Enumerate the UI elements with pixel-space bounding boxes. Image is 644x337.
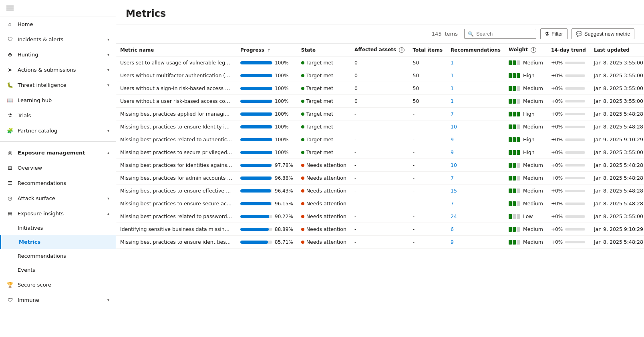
suggest-metric-button[interactable]: 💬 Suggest new metric xyxy=(572,28,634,39)
state-text: Target met xyxy=(306,136,333,142)
recommendations-link[interactable]: 9 xyxy=(451,136,454,142)
puzzle-icon: 🧩 xyxy=(6,127,14,134)
recommendations-cell[interactable]: 7 xyxy=(447,172,505,185)
sidebar-item-home[interactable]: ⌂ Home xyxy=(0,16,116,32)
trend-text: +0% xyxy=(551,73,563,78)
info-icon-affected[interactable]: i xyxy=(399,47,405,53)
orange-dot-icon xyxy=(301,241,304,244)
recommendations-link[interactable]: 1 xyxy=(451,72,454,78)
last-updated-cell: Jan 8, 2025 5:48:28 PM xyxy=(590,172,644,185)
table-row[interactable]: Users without a sign-in risk-based acces… xyxy=(116,82,644,95)
search-input[interactable] xyxy=(476,31,533,37)
table-row[interactable]: Missing best practices to ensure Identit… xyxy=(116,120,644,133)
sidebar-item-initiatives[interactable]: Initiatives xyxy=(0,221,116,235)
total-items-cell: - xyxy=(409,185,447,197)
table-row[interactable]: Users set to allow usage of vulnerable l… xyxy=(116,56,644,69)
info-icon-weight[interactable]: i xyxy=(531,47,536,53)
progress-text: 100% xyxy=(275,60,289,66)
sidebar-item-actions[interactable]: ➤ Actions & submissions ▾ xyxy=(0,62,116,77)
weight-bars xyxy=(509,214,520,219)
weight-cell: High xyxy=(505,108,547,120)
total-items-cell: - xyxy=(409,223,447,236)
sidebar-item-exposure-insights[interactable]: ▤ Exposure insights ▴ xyxy=(0,206,116,221)
recommendations-link[interactable]: 15 xyxy=(451,188,457,194)
sidebar-item-partner[interactable]: 🧩 Partner catalog ▾ xyxy=(0,123,116,138)
table-row[interactable]: Missing best practices to secure privile… xyxy=(116,146,644,159)
recommendations-cell[interactable]: 1 xyxy=(447,82,505,95)
table-row[interactable]: Users without multifactor authentication… xyxy=(116,69,644,82)
recommendations-link[interactable]: 7 xyxy=(451,175,454,181)
sidebar-item-attack-surface[interactable]: ◷ Attack surface ▾ xyxy=(0,191,116,206)
sidebar-item-recommendations-sub[interactable]: Recommendations xyxy=(0,249,116,263)
table-row[interactable]: Missing best practices to ensure effecti… xyxy=(116,185,644,197)
affected-assets-cell: 0 xyxy=(350,56,409,69)
weight-bar-empty xyxy=(517,124,520,129)
recommendations-link[interactable]: 7 xyxy=(451,201,454,207)
filter-button[interactable]: ⚗ Filter xyxy=(540,28,568,39)
table-row[interactable]: Identifying sensitive business data miss… xyxy=(116,223,644,236)
recommendations-link[interactable]: 9 xyxy=(451,149,454,155)
recommendations-link[interactable]: 7 xyxy=(451,111,454,117)
recommendations-cell[interactable]: 9 xyxy=(447,133,505,146)
search-box[interactable]: 🔍 xyxy=(464,29,536,39)
orange-dot-icon xyxy=(301,177,304,180)
recommendations-link[interactable]: 1 xyxy=(451,98,454,104)
weight-bars xyxy=(509,60,520,65)
recommendations-cell[interactable]: 1 xyxy=(447,69,505,82)
table-row[interactable]: Missing best practices for admin account… xyxy=(116,172,644,185)
recommendations-cell[interactable]: 24 xyxy=(447,210,505,223)
sidebar-item-label: Partner catalog xyxy=(18,128,103,134)
recommendations-cell[interactable]: 7 xyxy=(447,197,505,210)
sidebar-item-overview[interactable]: ⊞ Overview xyxy=(0,160,116,175)
weight-text: Medium xyxy=(523,226,543,232)
weight-cell: Medium xyxy=(505,185,547,197)
sidebar-item-threat[interactable]: 🐛 Threat intelligence ▾ xyxy=(0,77,116,92)
recommendations-link[interactable]: 9 xyxy=(451,239,454,245)
table-row[interactable]: Missing best practices applied for manag… xyxy=(116,108,644,120)
state-cell: Needs attention xyxy=(297,172,350,185)
col-header-recommendations: Recommendations xyxy=(447,44,505,56)
table-row[interactable]: Missing best practices related to authen… xyxy=(116,133,644,146)
recommendations-cell[interactable]: 15 xyxy=(447,185,505,197)
state-cell: Target met xyxy=(297,95,350,108)
recommendations-cell[interactable]: 7 xyxy=(447,108,505,120)
sidebar-item-exposure-management[interactable]: ◎ Exposure management ▴ xyxy=(0,145,116,160)
recommendations-cell[interactable]: 1 xyxy=(447,56,505,69)
recommendations-link[interactable]: 1 xyxy=(451,85,454,91)
recommendations-cell[interactable]: 6 xyxy=(447,223,505,236)
recommendations-link[interactable]: 24 xyxy=(451,213,457,219)
affected-assets-cell: - xyxy=(350,210,409,223)
table-row[interactable]: Missing best practices for identities ag… xyxy=(116,159,644,172)
trend-bar xyxy=(565,113,585,115)
recommendations-cell[interactable]: 9 xyxy=(447,236,505,249)
recommendations-link[interactable]: 10 xyxy=(451,124,457,130)
last-updated-cell: Jan 8, 2025 3:55:00 AM xyxy=(590,82,644,95)
recommendations-link[interactable]: 1 xyxy=(451,60,454,66)
recommendations-link[interactable]: 6 xyxy=(451,226,454,232)
sidebar-item-secure-score[interactable]: 🏆 Secure score xyxy=(0,277,116,292)
recommendations-cell[interactable]: 10 xyxy=(447,159,505,172)
hamburger-menu[interactable] xyxy=(6,6,14,10)
sidebar-item-trials[interactable]: ⚗ Trials xyxy=(0,108,116,123)
table-row[interactable]: Users without a user risk-based access c… xyxy=(116,95,644,108)
recommendations-cell[interactable]: 9 xyxy=(447,146,505,159)
sidebar-item-events[interactable]: Events xyxy=(0,263,116,277)
sidebar-item-metrics[interactable]: Metrics xyxy=(0,235,116,249)
state-cell: Target met xyxy=(297,56,350,69)
sidebar-item-recommendations[interactable]: ☰ Recommendations xyxy=(0,175,116,191)
sidebar-item-immune[interactable]: 🛡 Immune ▾ xyxy=(0,292,116,307)
col-header-metric-name: Metric name xyxy=(116,44,236,56)
chevron-down-icon: ▾ xyxy=(107,37,109,42)
recommendations-cell[interactable]: 10 xyxy=(447,120,505,133)
table-row[interactable]: Missing best practices to ensure secure … xyxy=(116,197,644,210)
recommendations-cell[interactable]: 1 xyxy=(447,95,505,108)
last-updated-cell: Jan 8, 2025 5:48:28 PM xyxy=(590,185,644,197)
table-row[interactable]: Missing best practices to ensure identit… xyxy=(116,236,644,249)
sidebar-item-incidents[interactable]: 🛡 Incidents & alerts ▾ xyxy=(0,32,116,47)
table-row[interactable]: Missing best practices related to passwo… xyxy=(116,210,644,223)
recommendations-link[interactable]: 10 xyxy=(451,162,457,168)
trend-bar xyxy=(565,241,585,243)
col-header-progress[interactable]: Progress ↑ xyxy=(236,44,297,56)
sidebar-item-learning[interactable]: 📖 Learning hub xyxy=(0,92,116,108)
sidebar-item-hunting[interactable]: ⊕ Hunting ▾ xyxy=(0,47,116,62)
